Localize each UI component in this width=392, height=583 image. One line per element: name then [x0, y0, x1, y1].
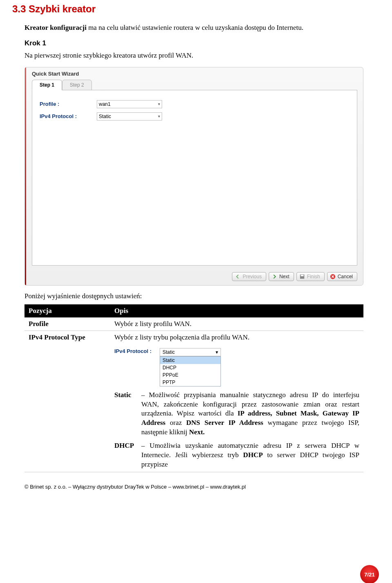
tab-step2[interactable]: Step 2 — [62, 80, 92, 90]
table-header-desc: Opis — [110, 304, 363, 317]
dropdown-option[interactable]: Static — [160, 357, 220, 364]
protocol-dropdown[interactable]: Static ▾ — [160, 348, 221, 356]
protocol-desc-dhcp: – Umożliwia uzyskanie automatycznie adre… — [141, 441, 359, 469]
protocol-term-static: Static — [114, 391, 138, 400]
table-cell-desc: Wybór z listy trybu połączenia dla profi… — [110, 331, 363, 472]
intro-paragraph: Kreator konfiguracji ma na celu ułatwić … — [24, 23, 376, 33]
arrow-right-icon — [272, 274, 277, 279]
dropdown-option[interactable]: DHCP — [160, 364, 220, 371]
next-button-label: Next — [279, 274, 290, 279]
finish-button[interactable]: Finish — [296, 272, 325, 281]
save-icon — [299, 274, 305, 279]
tab-step1[interactable]: Step 1 — [32, 80, 62, 90]
arrow-left-icon — [235, 274, 241, 279]
svg-rect-1 — [301, 275, 303, 276]
below-text: Poniżej wyjaśnienie dostępnych ustawień: — [24, 292, 376, 300]
ipv4-select-value: Static — [99, 114, 111, 119]
profile-label: Profile : — [40, 101, 97, 107]
step-label: Krok 1 — [24, 39, 376, 47]
close-icon — [330, 274, 336, 279]
previous-button-label: Previous — [243, 274, 262, 279]
protocol-dropdown-list: Static DHCP PPPoE PPTP — [160, 356, 221, 386]
table-row: Profile Wybór z listy profilu WAN. — [24, 317, 363, 331]
cancel-button-label: Cancel — [338, 274, 353, 279]
previous-button[interactable]: Previous — [232, 272, 266, 281]
table-row: IPv4 Protocol Type Wybór z listy trybu p… — [24, 331, 363, 472]
table-cell-item: Profile — [24, 317, 110, 331]
intro-bold: Kreator konfiguracji — [24, 24, 87, 31]
table-cell-desc: Wybór z listy profilu WAN. — [110, 317, 363, 331]
intro-rest: ma na celu ułatwić ustawienie routera w … — [87, 24, 303, 31]
chevron-down-icon: ▾ — [158, 114, 160, 118]
dropdown-option[interactable]: PPTP — [160, 379, 220, 386]
protocol-dropdown-illustration: IPv4 Protocol : Static ▾ Static DHCP PPP… — [114, 348, 359, 386]
chevron-down-icon: ▾ — [158, 102, 160, 106]
ipv4-select[interactable]: Static ▾ — [97, 112, 162, 121]
footer-line: © Brinet sp. z o.o. – Wyłączny dystrybut… — [12, 476, 376, 494]
finish-button-label: Finish — [307, 274, 320, 279]
wizard-panel: Quick Start Wizard Step 1 Step 2 Profile… — [24, 67, 363, 286]
wizard-title: Quick Start Wizard — [26, 67, 363, 79]
section-heading: 3.3 Szybki kreator — [12, 3, 376, 15]
protocol-def-static: Static – Możliwość przypisania manualnie… — [114, 391, 359, 438]
settings-table: Pozycja Opis Profile Wybór z listy profi… — [24, 304, 363, 473]
profile-select[interactable]: wan1 ▾ — [97, 100, 162, 108]
protocol-dropdown-value: Static — [163, 349, 175, 355]
protocol-term-dhcp: DHCP — [114, 441, 138, 451]
protocol-desc-top: Wybór z listy trybu połączenia dla profi… — [114, 333, 359, 342]
wizard-row-profile: Profile : wan1 ▾ — [40, 100, 350, 108]
table-header-item: Pozycja — [24, 304, 110, 317]
protocol-def-dhcp: DHCP – Umożliwia uzyskanie automatycznie… — [114, 441, 359, 469]
cancel-button[interactable]: Cancel — [327, 272, 357, 281]
wizard-row-ipv4: IPv4 Protocol : Static ▾ — [40, 112, 350, 121]
wizard-accent-bar — [25, 67, 26, 285]
wizard-footer: Previous Next Finish Cancel — [26, 270, 363, 285]
table-cell-item: IPv4 Protocol Type — [24, 331, 110, 472]
dropdown-option[interactable]: PPPoE — [160, 371, 220, 379]
page-number-badge: 7/21 — [360, 565, 379, 583]
profile-select-value: wan1 — [99, 101, 111, 107]
step-text: Na pierwszej stronie szybkiego kreatora … — [24, 51, 376, 60]
ipv4-label: IPv4 Protocol : — [40, 113, 97, 119]
wizard-body: Profile : wan1 ▾ IPv4 Protocol : Static … — [32, 90, 357, 266]
wizard-tabs: Step 1 Step 2 — [26, 79, 363, 90]
protocol-dropdown-label: IPv4 Protocol : — [114, 348, 151, 354]
protocol-desc-static: – Możliwość przypisania manualnie statyc… — [141, 391, 359, 438]
next-button[interactable]: Next — [269, 272, 294, 281]
chevron-down-icon: ▾ — [216, 349, 218, 355]
